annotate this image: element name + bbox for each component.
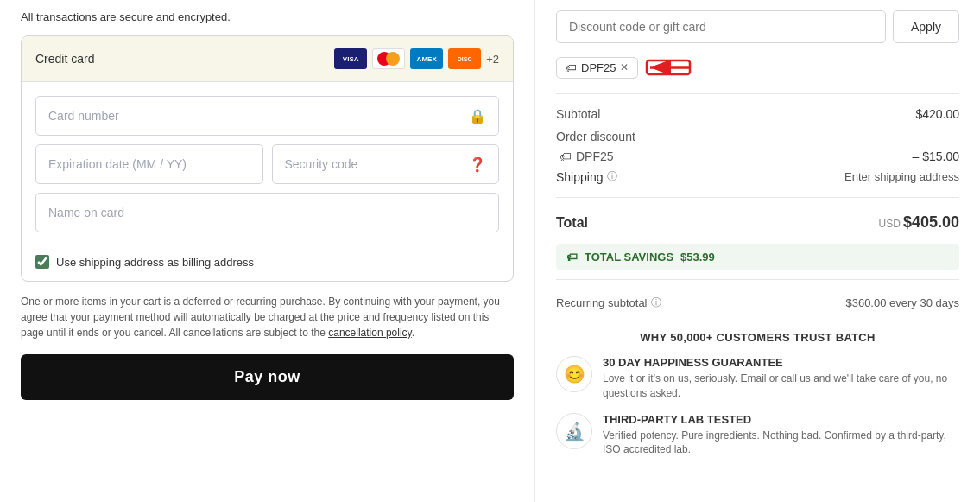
applied-code-text: DPF25 — [581, 61, 616, 74]
pay-now-button[interactable]: Pay now — [21, 354, 514, 400]
billing-checkbox[interactable] — [35, 255, 49, 269]
card-icons: VISA AMEX DISC +2 — [334, 48, 499, 69]
lab-desc: Verified potency. Pure ingredients. Noth… — [603, 429, 959, 458]
happiness-desc: Love it or it's on us, seriously. Email … — [603, 372, 959, 401]
happiness-content: 30 DAY HAPPINESS GUARANTEE Love it or it… — [603, 356, 959, 401]
trust-item-happiness: 😊 30 DAY HAPPINESS GUARANTEE Love it or … — [556, 356, 959, 401]
red-arrow-svg — [643, 55, 695, 79]
shipping-label: Shipping ⓘ — [556, 169, 617, 184]
expiry-security-row: Expiration date (MM / YY) Security code … — [35, 144, 499, 184]
savings-label: TOTAL SAVINGS — [585, 251, 673, 264]
lab-title: THIRD-PARTY LAB TESTED — [603, 413, 959, 426]
order-discount-header: Order discount — [556, 125, 959, 148]
divider-3 — [556, 279, 959, 280]
happiness-title: 30 DAY HAPPINESS GUARANTEE — [603, 356, 959, 369]
savings-value: $53.99 — [680, 251, 715, 264]
lock-icon: 🔒 — [469, 108, 486, 124]
amex-icon: AMEX — [410, 48, 443, 69]
more-cards-label: +2 — [486, 53, 499, 66]
total-value: USD$405.00 — [879, 213, 959, 232]
applied-code-row: 🏷 DPF25 ✕ — [556, 55, 959, 79]
disclaimer-text: One or more items in your cart is a defe… — [21, 294, 514, 340]
billing-address-row: Use shipping address as billing address — [22, 246, 513, 281]
recurring-info-icon: ⓘ — [651, 295, 661, 310]
subtotal-row: Subtotal $420.00 — [556, 103, 959, 125]
lab-icon: 🔬 — [556, 413, 592, 449]
trust-item-lab: 🔬 THIRD-PARTY LAB TESTED Verified potenc… — [556, 413, 959, 458]
savings-banner: 🏷 TOTAL SAVINGS $53.99 — [556, 244, 959, 270]
order-discount-label: Order discount — [556, 130, 635, 143]
tag-icon: 🏷 — [566, 61, 577, 74]
right-panel: Apply 🏷 DPF25 ✕ Subtotal $420.00 — [535, 0, 980, 502]
total-usd: USD — [879, 218, 901, 230]
payment-header: Credit card VISA AMEX DISC +2 — [22, 36, 513, 82]
billing-checkbox-label: Use shipping address as billing address — [56, 256, 254, 269]
recurring-row: Recurring subtotal ⓘ $360.00 every 30 da… — [556, 289, 959, 317]
shipping-row: Shipping ⓘ Enter shipping address — [556, 165, 959, 188]
total-row: Total USD$405.00 — [556, 207, 959, 238]
expiration-field[interactable]: Expiration date (MM / YY) — [35, 144, 263, 184]
recurring-value: $360.00 every 30 days — [845, 296, 959, 309]
arrow-indicator — [643, 55, 695, 79]
discover-icon: DISC — [448, 48, 481, 69]
subtotal-label: Subtotal — [556, 107, 600, 121]
card-number-placeholder: Card number — [48, 109, 119, 123]
discount-code-row: 🏷 DPF25 – $15.00 — [556, 148, 959, 165]
recurring-label: Recurring subtotal ⓘ — [556, 295, 661, 310]
security-code-field[interactable]: Security code ❓ — [272, 144, 500, 184]
trust-section: WHY 50,000+ CUSTOMERS TRUST BATCH 😊 30 D… — [556, 331, 959, 457]
discount-row: Apply — [556, 10, 959, 43]
subtotal-value: $420.00 — [915, 107, 959, 121]
shipping-value: Enter shipping address — [844, 170, 959, 183]
left-panel: All transactions are secure and encrypte… — [0, 0, 535, 502]
savings-icon: 🏷 — [566, 251, 578, 264]
cancellation-policy-link[interactable]: cancellation policy — [328, 327, 412, 339]
card-number-field[interactable]: Card number 🔒 — [35, 96, 499, 136]
question-icon: ❓ — [469, 156, 486, 173]
trust-title: WHY 50,000+ CUSTOMERS TRUST BATCH — [556, 331, 959, 344]
divider-2 — [556, 197, 959, 198]
happiness-icon: 😊 — [556, 356, 592, 392]
discount-code-label: 🏷 DPF25 — [556, 149, 614, 163]
divider-1 — [556, 93, 959, 94]
payment-fields: Card number 🔒 Expiration date (MM / YY) … — [22, 82, 513, 246]
discount-tag-icon: 🏷 — [560, 149, 572, 163]
payment-box: Credit card VISA AMEX DISC +2 Card numbe… — [21, 35, 514, 282]
expiration-placeholder: Expiration date (MM / YY) — [48, 157, 187, 171]
remove-code-button[interactable]: ✕ — [620, 61, 629, 73]
mastercard-icon — [372, 48, 405, 69]
total-label: Total — [556, 215, 588, 231]
lab-content: THIRD-PARTY LAB TESTED Verified potency.… — [603, 413, 959, 458]
applied-code-badge: 🏷 DPF25 ✕ — [556, 57, 638, 79]
apply-button[interactable]: Apply — [893, 10, 959, 43]
name-placeholder: Name on card — [48, 206, 124, 219]
visa-icon: VISA — [334, 48, 367, 69]
secure-text: All transactions are secure and encrypte… — [21, 10, 514, 23]
name-on-card-field[interactable]: Name on card — [35, 193, 499, 232]
discount-amount: – $15.00 — [913, 149, 960, 163]
shipping-info-icon: ⓘ — [607, 169, 617, 184]
discount-input[interactable] — [556, 10, 886, 43]
security-code-placeholder: Security code — [285, 157, 358, 171]
payment-method-label: Credit card — [35, 52, 94, 66]
